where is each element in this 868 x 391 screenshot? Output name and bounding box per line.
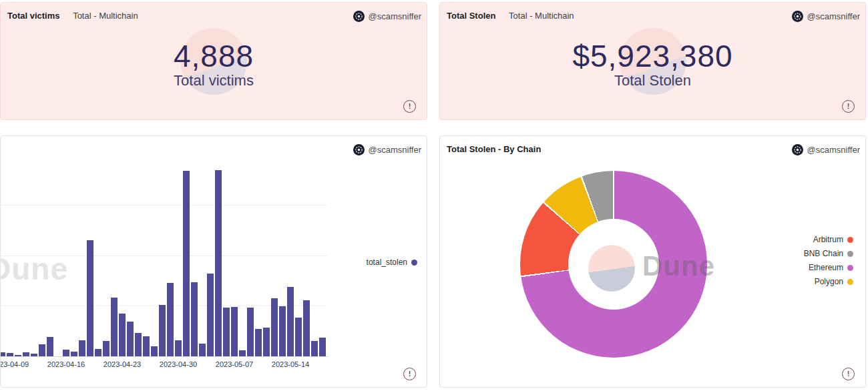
- bar[interactable]: [95, 349, 101, 356]
- panel-victims-header: Total victims Total - Multichain: [7, 11, 138, 21]
- warning-icon[interactable]: !: [403, 368, 416, 380]
- legend-item-arbitrum[interactable]: Arbitrum: [813, 235, 853, 244]
- bar[interactable]: [287, 287, 294, 356]
- bar[interactable]: [87, 240, 93, 356]
- bar[interactable]: [319, 338, 326, 356]
- scamsniffer-badge-icon: [353, 144, 365, 155]
- bar[interactable]: [215, 170, 222, 356]
- stolen-value-label: Total Stolen: [440, 72, 865, 89]
- bar[interactable]: [295, 318, 302, 356]
- x-axis: 2023-04-092023-04-162023-04-232023-04-30…: [1, 360, 348, 371]
- x-axis-line: [1, 356, 328, 357]
- legend-label[interactable]: Ethereum: [809, 263, 843, 272]
- bar[interactable]: [223, 308, 230, 356]
- bar[interactable]: [247, 308, 254, 356]
- attribution[interactable]: @scamsniffer: [353, 144, 421, 155]
- legend-dot: [411, 260, 417, 266]
- bar[interactable]: [111, 298, 118, 356]
- victims-value: 4,888: [1, 38, 427, 74]
- bar[interactable]: [127, 322, 134, 356]
- panel-stolen-header: Total Stolen Total - Multichain: [447, 11, 574, 21]
- warning-icon[interactable]: !: [842, 100, 855, 113]
- scamsniffer-badge-icon: [792, 144, 803, 155]
- panel-subtitle: Total - Multichain: [73, 11, 138, 21]
- bar[interactable]: [303, 300, 310, 356]
- bar[interactable]: [63, 350, 69, 356]
- victims-value-label: Total victims: [1, 72, 427, 89]
- bar[interactable]: [191, 282, 198, 356]
- trend-legend[interactable]: total_stolen: [367, 258, 417, 267]
- legend-dot: [847, 265, 853, 271]
- panel-total-victims: Total victims Total - Multichain @scamsn…: [0, 2, 427, 120]
- legend-dot: [847, 237, 853, 243]
- bar[interactable]: [255, 329, 262, 356]
- bar[interactable]: [103, 341, 110, 356]
- attribution-handle[interactable]: @scamsniffer: [369, 145, 421, 155]
- panel-title: Total Stolen - By Chain: [447, 144, 541, 154]
- x-tick-label: 2023-05-07: [206, 360, 262, 368]
- bar[interactable]: [135, 333, 142, 356]
- attribution-handle[interactable]: @scamsniffer: [807, 11, 860, 21]
- bar[interactable]: [71, 352, 77, 356]
- chain-legend: ArbitrumBNB ChainEthereumPolygon: [804, 235, 853, 286]
- bar[interactable]: [311, 341, 318, 356]
- bar[interactable]: [151, 346, 158, 356]
- legend-item-ethereum[interactable]: Ethereum: [809, 263, 853, 272]
- bar[interactable]: [239, 350, 246, 356]
- legend-dot: [847, 251, 853, 257]
- attribution[interactable]: @scamsniffer: [792, 11, 860, 22]
- dashboard: Total victims Total - Multichain @scamsn…: [0, 0, 868, 391]
- warning-icon[interactable]: !: [403, 100, 416, 113]
- warning-icon[interactable]: !: [842, 368, 855, 380]
- bar[interactable]: [143, 336, 150, 356]
- bar[interactable]: [39, 344, 45, 356]
- bar[interactable]: [159, 305, 166, 356]
- panel-chain-header: Total Stolen - By Chain: [447, 144, 541, 154]
- bar[interactable]: [175, 340, 182, 356]
- bar[interactable]: [167, 283, 174, 356]
- stolen-value: $5,923,380: [440, 38, 865, 74]
- bar[interactable]: [183, 171, 190, 356]
- panel-stolen-trend-chart: @scamsniffer Dune 2023-04-092023-04-1620…: [0, 135, 427, 388]
- bar[interactable]: [119, 314, 126, 356]
- bar[interactable]: [271, 298, 278, 356]
- legend-label[interactable]: BNB Chain: [804, 249, 843, 258]
- legend-item-bnb-chain[interactable]: BNB Chain: [804, 249, 853, 258]
- legend-label[interactable]: total_stolen: [367, 258, 407, 267]
- bar[interactable]: [231, 307, 238, 356]
- bar[interactable]: [199, 344, 206, 356]
- bar[interactable]: [279, 306, 286, 356]
- legend-dot: [847, 279, 853, 285]
- x-tick-label: 2023-04-09: [0, 360, 38, 368]
- dune-logo-watermark: [588, 245, 635, 292]
- panel-title: Total Stolen: [447, 11, 495, 21]
- x-tick-label: 2023-04-30: [150, 360, 206, 368]
- panel-total-stolen: Total Stolen Total - Multichain @scamsni…: [439, 2, 866, 120]
- panel-subtitle: Total - Multichain: [509, 11, 574, 21]
- bar-series: [0, 169, 327, 356]
- legend-item-polygon[interactable]: Polygon: [815, 277, 853, 286]
- scamsniffer-badge-icon: [792, 11, 803, 22]
- legend-label[interactable]: Arbitrum: [813, 235, 843, 244]
- bar[interactable]: [207, 274, 214, 356]
- dune-watermark: Dune: [642, 250, 715, 282]
- panel-title: Total victims: [7, 11, 60, 21]
- legend-label[interactable]: Polygon: [815, 277, 843, 286]
- x-tick-label: 2023-04-23: [94, 360, 150, 368]
- scamsniffer-badge-icon: [353, 11, 365, 22]
- x-tick-label: 2023-04-16: [38, 360, 94, 368]
- x-tick-label: 2023-05-14: [262, 360, 318, 368]
- attribution-handle[interactable]: @scamsniffer: [807, 145, 860, 155]
- attribution[interactable]: @scamsniffer: [353, 11, 421, 22]
- attribution[interactable]: @scamsniffer: [792, 144, 860, 155]
- panel-stolen-by-chain-chart: Total Stolen - By Chain @scamsniffer Dun…: [439, 135, 866, 388]
- bar[interactable]: [47, 337, 53, 356]
- attribution-handle[interactable]: @scamsniffer: [369, 11, 421, 21]
- bar[interactable]: [263, 328, 270, 356]
- bar[interactable]: [79, 340, 85, 356]
